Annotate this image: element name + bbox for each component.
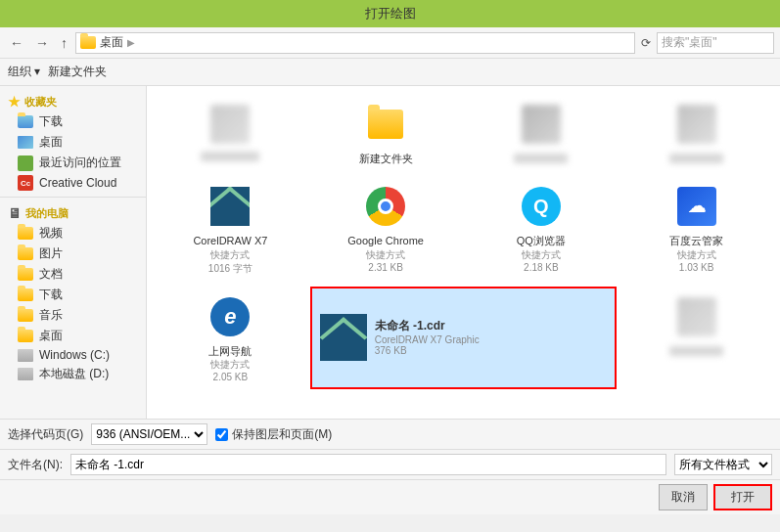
list-item-coreldraw[interactable]: CorelDRAW X7 快捷方式 1016 字节 [155, 176, 306, 282]
sidebar-label-video: 视频 [39, 225, 63, 242]
baidu-meta2: 1.03 KB [679, 262, 714, 273]
list-item-qq[interactable]: Q QQ浏览器 快捷方式 2.18 KB [466, 176, 618, 282]
qq-meta2: 2.18 KB [524, 262, 559, 273]
cdr-meta1: CorelDRAW X7 Graphic [375, 334, 480, 345]
desktop-icon [18, 136, 33, 149]
chrome-meta2: 2.31 KB [368, 262, 403, 273]
keep-layers-label: 保持图层和页面(M) [232, 426, 332, 443]
breadcrumb-sep: ▶ [127, 37, 135, 48]
disk-c-icon [18, 349, 33, 362]
coreldraw-icon [206, 183, 253, 230]
list-item[interactable] [620, 94, 772, 172]
new-folder-name: 新建文件夹 [359, 152, 413, 165]
list-item-baidu[interactable]: ☁ 百度云管家 快捷方式 1.03 KB [620, 176, 772, 282]
back-button[interactable]: ← [6, 33, 27, 53]
breadcrumb: 桌面 [100, 34, 123, 51]
sidebar-item-desktop[interactable]: 桌面 [0, 132, 146, 153]
sidebar-item-docs[interactable]: 文档 [0, 264, 146, 285]
coreldraw-meta2: 1016 字节 [208, 262, 252, 276]
cancel-button[interactable]: 取消 [659, 484, 708, 510]
coreldraw-meta1: 快捷方式 [210, 248, 250, 262]
second-toolbar: 组织 ▾ 新建文件夹 [0, 59, 780, 86]
sidebar-item-cc[interactable]: Cc Creative Cloud [0, 173, 146, 193]
cdr-info: 未命名 -1.cdr CorelDRAW X7 Graphic 376 KB [375, 319, 480, 356]
sidebar-label-d-drive: 本地磁盘 (D:) [39, 366, 109, 382]
list-item-ie[interactable]: e 上网导航 快捷方式 2.05 KB [155, 287, 306, 389]
sidebar-item-downloads2[interactable]: 下载 [0, 285, 146, 305]
action-buttons: 取消 打开 [0, 479, 780, 514]
pc-icon: 🖥 [8, 205, 22, 221]
search-placeholder: 搜索"桌面" [662, 34, 717, 51]
sidebar-item-d-drive[interactable]: 本地磁盘 (D:) [0, 364, 146, 384]
list-item-chrome[interactable]: Google Chrome 快捷方式 2.31 KB [310, 176, 462, 282]
blurred-icon-2 [518, 101, 565, 148]
sidebar-divider-1 [0, 197, 146, 198]
main-content: ★ 收藏夹 下载 桌面 最近访问的位置 Cc Creative Cloud 🖥 … [0, 86, 780, 419]
keep-layers-row: 保持图层和页面(M) [215, 426, 332, 443]
ie-name: 上网导航 [208, 344, 252, 358]
folder-icon [80, 36, 96, 49]
new-folder-icon [362, 101, 409, 148]
computer-section: 🖥 我的电脑 [0, 201, 146, 223]
folder-music-icon [18, 309, 33, 322]
filetype-select[interactable]: 所有文件格式 [674, 454, 772, 475]
cdr-meta2: 376 KB [375, 345, 480, 356]
sidebar-item-pictures[interactable]: 图片 [0, 244, 146, 264]
sidebar-label-docs: 文档 [39, 266, 63, 283]
sidebar-item-download[interactable]: 下载 [0, 111, 146, 132]
qq-icon: Q [518, 183, 565, 230]
dialog-title: 打开绘图 [365, 5, 416, 22]
sidebar-label-downloads2: 下载 [39, 287, 63, 303]
open-button[interactable]: 打开 [713, 484, 772, 510]
baidu-name: 百度云管家 [669, 234, 723, 247]
baidu-meta1: 快捷方式 [677, 248, 716, 262]
sidebar-item-music[interactable]: 音乐 [0, 305, 146, 326]
sidebar-item-desktop2[interactable]: 桌面 [0, 326, 146, 346]
list-item[interactable] [155, 94, 306, 172]
refresh-button[interactable]: ⟳ [639, 36, 653, 50]
sidebar-label-cc: Creative Cloud [39, 176, 116, 190]
sidebar-label-desktop2: 桌面 [39, 328, 63, 344]
blurred-name-4 [669, 346, 723, 356]
baidu-icon: ☁ [673, 183, 720, 230]
blurred-name-3 [669, 154, 723, 163]
disk-d-icon [18, 368, 33, 380]
keep-layers-checkbox[interactable] [215, 428, 228, 441]
search-box[interactable]: 搜索"桌面" [657, 32, 774, 54]
sidebar-label-recent: 最近访问的位置 [39, 155, 121, 171]
up-button[interactable]: ↑ [57, 33, 71, 53]
list-item[interactable] [466, 94, 618, 172]
filename-input[interactable] [70, 454, 666, 475]
blurred-name-2 [514, 154, 568, 163]
ie-meta1: 快捷方式 [210, 358, 250, 372]
blurred-icon-1 [206, 101, 253, 148]
computer-label: 我的电脑 [25, 206, 69, 221]
sidebar-item-c-drive[interactable]: Windows (C:) [0, 346, 146, 364]
list-item[interactable]: 新建文件夹 [310, 94, 462, 172]
blurred-icon-4 [673, 293, 720, 340]
filename-label: 文件名(N): [8, 457, 63, 473]
toolbar: ← → ↑ 桌面 ▶ ⟳ 搜索"桌面" [0, 27, 780, 59]
filename-bar: 文件名(N): 所有文件格式 [0, 449, 780, 479]
organize-button[interactable]: 组织 ▾ [8, 64, 40, 80]
cdr-icon [320, 314, 367, 361]
qq-name: QQ浏览器 [517, 234, 566, 247]
forward-button[interactable]: → [31, 33, 53, 53]
file-area: 新建文件夹 CorelDRAW X7 快捷方式 1016 字节 [147, 86, 780, 419]
cdr-name: 未命名 -1.cdr [375, 319, 480, 334]
coreldraw-name: CorelDRAW X7 [193, 234, 267, 247]
new-folder-button[interactable]: 新建文件夹 [48, 64, 107, 80]
address-bar[interactable]: 桌面 ▶ [75, 32, 635, 54]
list-item-cdr[interactable]: 未命名 -1.cdr CorelDRAW X7 Graphic 376 KB [310, 287, 618, 389]
favorites-section: ★ 收藏夹 [0, 90, 146, 111]
ie-meta2: 2.05 KB [213, 372, 249, 382]
blurred-icon-3 [673, 101, 720, 148]
sidebar-label-pictures: 图片 [39, 245, 63, 262]
recent-icon [18, 155, 33, 171]
codepage-label: 选择代码页(G) [8, 426, 83, 443]
sidebar-item-video[interactable]: 视频 [0, 223, 146, 244]
folder-docs-icon [18, 268, 33, 281]
list-item-blurred4[interactable] [620, 287, 772, 389]
sidebar-item-recent[interactable]: 最近访问的位置 [0, 153, 146, 173]
codepage-select[interactable]: 936 (ANSI/OEM... [91, 423, 207, 445]
